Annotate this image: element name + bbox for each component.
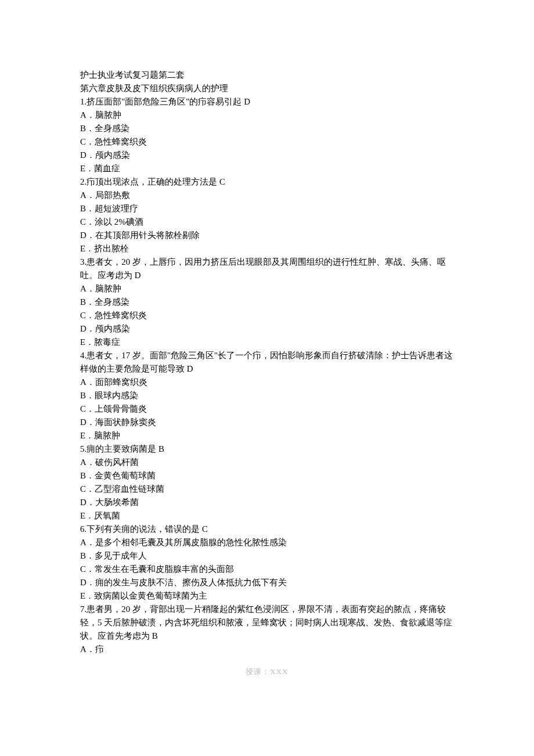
- question-option: D．颅内感染: [80, 149, 454, 162]
- question-option: C．乙型溶血性链球菌: [80, 483, 454, 496]
- question-option: A．脑脓肿: [80, 282, 454, 296]
- question-option: D．大肠埃希菌: [80, 496, 454, 509]
- question-option: B．全身感染: [80, 296, 454, 309]
- question-option: B．全身感染: [80, 122, 454, 135]
- question-option: C．上颌骨骨髓炎: [80, 402, 454, 416]
- question-option: A．局部热敷: [80, 189, 454, 202]
- question-option: E．挤出脓栓: [80, 242, 454, 255]
- question-option: E．脑脓肿: [80, 429, 454, 442]
- question-option: E．致病菌以金黄色葡萄球菌为主: [80, 589, 454, 603]
- question-option: C．涂以 2%碘酒: [80, 215, 454, 229]
- question-stem: 6.下列有关痈的说法，错误的是 C: [80, 523, 454, 536]
- question-option: B．超短波理疗: [80, 202, 454, 215]
- question-option: A．破伤风杆菌: [80, 456, 454, 469]
- question-stem: 4.患者女，17 岁。面部"危险三角区"长了一个疖，因怕影响形象而自行挤破清除：…: [80, 349, 454, 376]
- question-option: B．眼球内感染: [80, 389, 454, 402]
- question-option: A．面部蜂窝织炎: [80, 376, 454, 389]
- question-option: C．常发生在毛囊和皮脂腺丰富的头面部: [80, 563, 454, 576]
- question-stem: 7.患者男，20 岁，背部出现一片稍隆起的紫红色浸润区，界限不清，表面有突起的脓…: [80, 603, 454, 643]
- doc-title: 护士执业考试复习题第二套: [80, 69, 454, 82]
- question-option: A．脑脓肿: [80, 109, 454, 122]
- question-option: E．菌血症: [80, 162, 454, 175]
- question-option: E．脓毒症: [80, 336, 454, 349]
- question-stem: 5.痈的主要致病菌是 B: [80, 442, 454, 456]
- question-option: D．海面状静脉窦炎: [80, 416, 454, 429]
- question-option: A．是多个相邻毛囊及其所属皮脂腺的急性化脓性感染: [80, 536, 454, 549]
- question-option: D．痈的发生与皮肤不洁、擦伤及人体抵抗力低下有关: [80, 576, 454, 589]
- question-stem: 2.疖顶出现浓点，正确的处理方法是 C: [80, 175, 454, 189]
- question-option: B．多见于成年人: [80, 549, 454, 563]
- chapter-title: 第六章皮肤及皮下组织疾病病人的护理: [80, 82, 454, 95]
- question-option: B．金黄色葡萄球菌: [80, 469, 454, 483]
- page-footer: 授课：XXX: [80, 667, 454, 677]
- question-option: C．急性蜂窝织炎: [80, 309, 454, 322]
- question-option: E．厌氧菌: [80, 509, 454, 523]
- question-option: A．疖: [80, 643, 454, 656]
- question-option: C．急性蜂窝织炎: [80, 135, 454, 149]
- question-option: D．在其顶部用针头将脓栓剔除: [80, 229, 454, 242]
- document-page: 护士执业考试复习题第二套 第六章皮肤及皮下组织疾病病人的护理 1.挤压面部"面部…: [0, 0, 534, 700]
- question-stem: 3.患者女，20 岁，上唇疖，因用力挤压后出现眼部及其周围组织的进行性红肿、寒战…: [80, 255, 454, 282]
- question-option: D．颅内感染: [80, 322, 454, 336]
- question-stem: 1.挤压面部"面部危险三角区"的疖容易引起 D: [80, 95, 454, 109]
